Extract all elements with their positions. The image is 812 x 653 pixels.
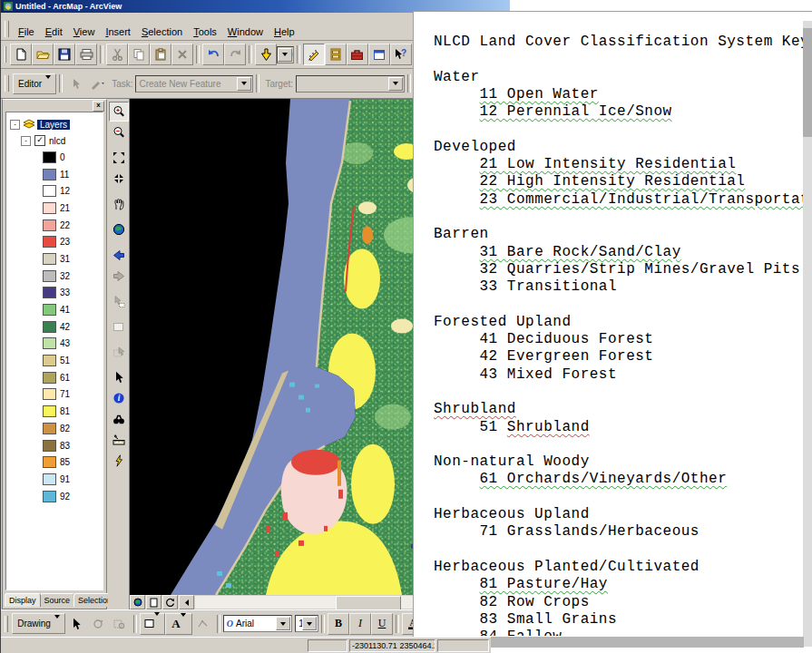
legend-item-81[interactable]: 81 [6,403,103,420]
select-graphics-button[interactable] [109,342,129,362]
legend-swatch[interactable] [43,456,56,468]
legend-swatch[interactable] [43,491,56,502]
layout-view-button[interactable] [146,595,161,609]
menu-item-selection[interactable]: Selection [136,25,188,38]
legend-swatch[interactable] [43,304,56,316]
chevron-down-icon[interactable] [181,617,186,630]
legend-swatch[interactable] [43,253,56,265]
fixed-zoom-out-button[interactable] [109,169,129,189]
whats-this-button[interactable]: ? [390,44,412,65]
legend-item-41[interactable]: 41 [6,301,103,318]
legend-item-11[interactable]: 11 [6,166,103,183]
legend-item-0[interactable]: 0 [6,149,103,166]
delete-button[interactable] [171,44,193,65]
bold-button[interactable]: B [328,613,349,635]
zoom-out-button[interactable] [109,122,129,142]
italic-button[interactable]: I [349,613,371,635]
scrollbar-thumb[interactable] [803,28,812,137]
layer-checkbox[interactable]: ✓ [34,135,45,146]
legend-swatch[interactable] [43,440,56,452]
open-button[interactable] [32,44,54,65]
legend-swatch[interactable] [43,321,56,333]
add-data-button[interactable] [255,44,277,65]
legend-swatch[interactable] [43,169,56,180]
go-back-button[interactable] [109,245,129,265]
find-button[interactable] [109,409,129,429]
refresh-view-button[interactable] [162,595,178,609]
font-size-combo[interactable]: 10 [295,615,318,632]
toolbar-grip[interactable] [5,75,9,92]
legend-swatch[interactable] [43,219,56,231]
legend-item-23[interactable]: 23 [6,233,103,250]
legend-item-22[interactable]: 22 [6,217,103,234]
legend-item-85[interactable]: 85 [6,453,103,471]
hyperlink-button[interactable] [109,451,129,471]
map-scale-combo[interactable]: 1:0 [277,46,294,63]
full-extent-button[interactable] [109,219,129,239]
legend-swatch[interactable] [43,388,56,400]
legend-item-51[interactable]: 51 [6,352,103,369]
legend-item-31[interactable]: 31 [6,250,103,268]
print-button[interactable] [75,44,97,65]
menu-item-insert[interactable]: Insert [100,25,136,38]
menu-item-tools[interactable]: Tools [188,25,222,38]
chevron-down-icon[interactable] [276,617,290,630]
legend-item-42[interactable]: 42 [6,318,103,336]
toolbar-grip[interactable] [5,46,6,63]
text-tool-button[interactable]: A [165,613,192,635]
legend-swatch[interactable] [43,185,56,197]
legend-swatch[interactable] [43,423,56,434]
clear-selected-features-button[interactable] [109,317,129,336]
legend-swatch[interactable] [43,270,56,282]
collapse-icon[interactable]: - [21,136,31,146]
toc-root-label[interactable]: Layers [37,120,70,130]
menu-item-help[interactable]: Help [269,25,300,38]
select-elements-button[interactable] [65,613,87,635]
chevron-down-icon[interactable] [237,77,251,91]
legend-swatch[interactable] [43,473,56,485]
paste-button[interactable] [150,44,171,65]
menu-item-view[interactable]: View [68,25,101,38]
toc-layer-row[interactable]: - ✓ nlcd [6,132,103,149]
save-button[interactable] [54,44,75,65]
copy-button[interactable] [128,44,150,65]
edit-tool-button[interactable] [65,73,87,94]
identify-button[interactable]: i [109,388,129,408]
toc-tab-source[interactable]: Source [40,593,75,607]
menu-grip[interactable] [5,21,9,37]
data-view-button[interactable] [130,595,145,609]
menu-item-file[interactable]: File [13,25,40,38]
legend-swatch[interactable] [43,337,56,349]
map-hscroll-thumb[interactable] [336,596,401,610]
editor-menu[interactable]: Editor [13,73,56,94]
underline-button[interactable]: U [371,613,393,635]
new-map-button[interactable] [10,44,32,65]
scroll-left-button[interactable] [179,595,194,609]
pan-button[interactable] [109,194,129,214]
select-features-button[interactable] [109,291,129,311]
menu-item-window[interactable]: Window [222,25,269,38]
legend-item-92[interactable]: 92 [6,488,103,505]
chevron-down-icon[interactable] [278,48,292,62]
cut-button[interactable] [106,44,128,65]
legend-item-33[interactable]: 33 [6,285,103,302]
task-combo[interactable]: Create New Feature [135,75,253,93]
redo-button[interactable] [224,44,246,65]
edit-vertices-button[interactable] [192,613,214,635]
select-elements-button[interactable] [109,367,129,387]
legend-item-12[interactable]: 12 [6,182,103,200]
legend-swatch[interactable] [43,236,56,248]
chevron-down-icon[interactable] [302,617,317,630]
menu-item-edit[interactable]: Edit [40,25,68,38]
editor-sketch-button[interactable] [303,44,325,65]
legend-item-21[interactable]: 21 [6,200,103,217]
undo-button[interactable] [202,44,224,65]
arctoolbox-button[interactable] [347,44,368,65]
legend-swatch[interactable] [43,355,56,366]
sketch-tool-button[interactable] [87,73,109,94]
legend-item-91[interactable]: 91 [6,471,103,488]
fixed-zoom-in-button[interactable] [109,148,129,168]
legend-item-32[interactable]: 32 [6,268,103,285]
legend-swatch[interactable] [43,151,56,163]
chevron-down-icon[interactable] [388,77,403,91]
